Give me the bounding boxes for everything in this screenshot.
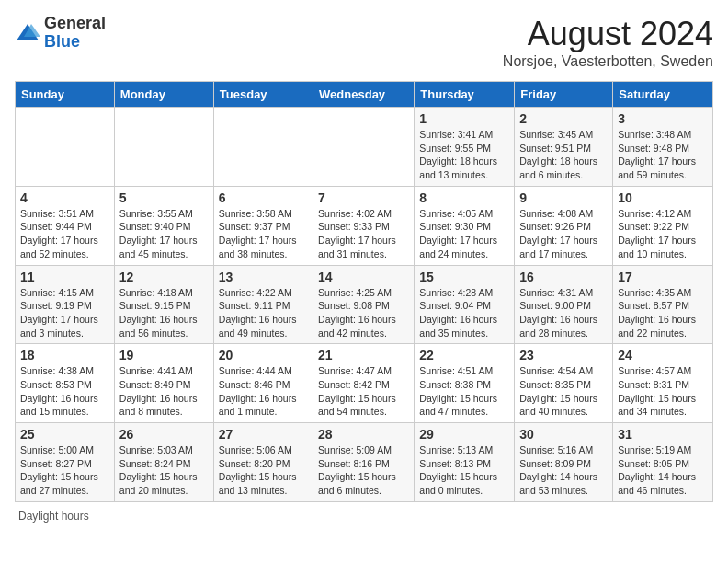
calendar-cell: 29Sunrise: 5:13 AM Sunset: 8:13 PM Dayli… bbox=[415, 423, 515, 502]
day-number: 15 bbox=[419, 270, 509, 284]
logo-text: General Blue bbox=[44, 15, 106, 52]
location-title: Norsjoe, Vaesterbotten, Sweden bbox=[503, 53, 713, 70]
day-info: Sunrise: 4:44 AM Sunset: 8:46 PM Dayligh… bbox=[219, 364, 308, 419]
calendar-cell bbox=[114, 108, 213, 187]
day-number: 30 bbox=[519, 427, 608, 442]
day-info: Sunrise: 4:47 AM Sunset: 8:42 PM Dayligh… bbox=[318, 364, 409, 419]
day-info: Sunrise: 3:51 AM Sunset: 9:44 PM Dayligh… bbox=[20, 207, 109, 261]
day-info: Sunrise: 5:03 AM Sunset: 8:24 PM Dayligh… bbox=[119, 443, 209, 498]
logo-blue-text: Blue bbox=[44, 33, 106, 52]
day-number: 5 bbox=[119, 190, 209, 205]
day-info: Sunrise: 4:12 AM Sunset: 9:22 PM Dayligh… bbox=[618, 207, 708, 261]
day-info: Sunrise: 4:18 AM Sunset: 9:15 PM Dayligh… bbox=[119, 286, 209, 340]
calendar-cell: 17Sunrise: 4:35 AM Sunset: 8:57 PM Dayli… bbox=[613, 265, 713, 344]
calendar-cell: 24Sunrise: 4:57 AM Sunset: 8:31 PM Dayli… bbox=[613, 344, 713, 423]
day-number: 25 bbox=[20, 427, 109, 442]
calendar-cell bbox=[213, 108, 313, 187]
calendar-week-0: 1Sunrise: 3:41 AM Sunset: 9:55 PM Daylig… bbox=[16, 108, 713, 187]
calendar-cell: 14Sunrise: 4:25 AM Sunset: 9:08 PM Dayli… bbox=[313, 265, 415, 344]
day-info: Sunrise: 5:16 AM Sunset: 8:09 PM Dayligh… bbox=[519, 443, 608, 498]
header-sunday: Sunday bbox=[16, 82, 115, 108]
calendar-cell: 9Sunrise: 4:08 AM Sunset: 9:26 PM Daylig… bbox=[515, 186, 613, 265]
day-info: Sunrise: 4:51 AM Sunset: 8:38 PM Dayligh… bbox=[419, 364, 509, 419]
day-number: 23 bbox=[519, 348, 608, 362]
day-number: 26 bbox=[119, 427, 209, 442]
calendar-cell: 18Sunrise: 4:38 AM Sunset: 8:53 PM Dayli… bbox=[16, 344, 115, 423]
logo-icon bbox=[15, 20, 40, 46]
calendar-week-1: 4Sunrise: 3:51 AM Sunset: 9:44 PM Daylig… bbox=[16, 186, 713, 265]
calendar-cell: 13Sunrise: 4:22 AM Sunset: 9:11 PM Dayli… bbox=[213, 265, 313, 344]
calendar-cell: 5Sunrise: 3:55 AM Sunset: 9:40 PM Daylig… bbox=[114, 186, 213, 265]
day-info: Sunrise: 3:58 AM Sunset: 9:37 PM Dayligh… bbox=[219, 207, 308, 261]
day-info: Sunrise: 4:31 AM Sunset: 9:00 PM Dayligh… bbox=[519, 286, 608, 340]
day-info: Sunrise: 4:57 AM Sunset: 8:31 PM Dayligh… bbox=[618, 364, 708, 419]
calendar-cell: 19Sunrise: 4:41 AM Sunset: 8:49 PM Dayli… bbox=[114, 344, 213, 423]
daylight-label: Daylight hours bbox=[18, 510, 89, 523]
day-number: 11 bbox=[20, 270, 109, 284]
day-number: 24 bbox=[618, 348, 708, 362]
calendar-cell: 26Sunrise: 5:03 AM Sunset: 8:24 PM Dayli… bbox=[114, 423, 213, 502]
calendar-cell: 10Sunrise: 4:12 AM Sunset: 9:22 PM Dayli… bbox=[613, 186, 713, 265]
calendar-cell: 27Sunrise: 5:06 AM Sunset: 8:20 PM Dayli… bbox=[213, 423, 313, 502]
calendar-week-2: 11Sunrise: 4:15 AM Sunset: 9:19 PM Dayli… bbox=[16, 265, 713, 344]
day-number: 8 bbox=[419, 190, 509, 205]
calendar-cell: 15Sunrise: 4:28 AM Sunset: 9:04 PM Dayli… bbox=[415, 265, 515, 344]
logo: General Blue bbox=[15, 15, 106, 52]
day-number: 16 bbox=[519, 270, 608, 284]
calendar-cell: 2Sunrise: 3:45 AM Sunset: 9:51 PM Daylig… bbox=[515, 108, 613, 187]
day-number: 28 bbox=[318, 427, 409, 442]
calendar-cell: 12Sunrise: 4:18 AM Sunset: 9:15 PM Dayli… bbox=[114, 265, 213, 344]
day-number: 29 bbox=[419, 427, 509, 442]
day-info: Sunrise: 4:02 AM Sunset: 9:33 PM Dayligh… bbox=[318, 207, 409, 261]
header-thursday: Thursday bbox=[415, 82, 515, 108]
title-area: August 2024 Norsjoe, Vaesterbotten, Swed… bbox=[503, 15, 713, 70]
day-info: Sunrise: 4:35 AM Sunset: 8:57 PM Dayligh… bbox=[618, 286, 708, 340]
day-number: 17 bbox=[618, 270, 708, 284]
calendar-cell: 11Sunrise: 4:15 AM Sunset: 9:19 PM Dayli… bbox=[16, 265, 115, 344]
day-info: Sunrise: 4:38 AM Sunset: 8:53 PM Dayligh… bbox=[20, 364, 109, 419]
day-number: 12 bbox=[119, 270, 209, 284]
day-number: 21 bbox=[318, 348, 409, 362]
calendar-cell: 22Sunrise: 4:51 AM Sunset: 8:38 PM Dayli… bbox=[415, 344, 515, 423]
day-info: Sunrise: 4:05 AM Sunset: 9:30 PM Dayligh… bbox=[419, 207, 509, 261]
calendar-cell: 23Sunrise: 4:54 AM Sunset: 8:35 PM Dayli… bbox=[515, 344, 613, 423]
header-saturday: Saturday bbox=[613, 82, 713, 108]
calendar-cell: 7Sunrise: 4:02 AM Sunset: 9:33 PM Daylig… bbox=[313, 186, 415, 265]
header-tuesday: Tuesday bbox=[213, 82, 313, 108]
calendar-cell: 3Sunrise: 3:48 AM Sunset: 9:48 PM Daylig… bbox=[613, 108, 713, 187]
day-number: 31 bbox=[618, 427, 708, 442]
day-info: Sunrise: 3:45 AM Sunset: 9:51 PM Dayligh… bbox=[519, 128, 608, 182]
day-info: Sunrise: 4:08 AM Sunset: 9:26 PM Dayligh… bbox=[519, 207, 608, 261]
calendar-table: SundayMondayTuesdayWednesdayThursdayFrid… bbox=[15, 81, 713, 502]
day-number: 22 bbox=[419, 348, 509, 362]
calendar-cell: 21Sunrise: 4:47 AM Sunset: 8:42 PM Dayli… bbox=[313, 344, 415, 423]
calendar-cell: 25Sunrise: 5:00 AM Sunset: 8:27 PM Dayli… bbox=[16, 423, 115, 502]
day-number: 7 bbox=[318, 190, 409, 205]
day-info: Sunrise: 3:48 AM Sunset: 9:48 PM Dayligh… bbox=[618, 128, 708, 182]
calendar-cell: 4Sunrise: 3:51 AM Sunset: 9:44 PM Daylig… bbox=[16, 186, 115, 265]
day-number: 13 bbox=[219, 270, 308, 284]
day-info: Sunrise: 3:55 AM Sunset: 9:40 PM Dayligh… bbox=[119, 207, 209, 261]
day-info: Sunrise: 4:22 AM Sunset: 9:11 PM Dayligh… bbox=[219, 286, 308, 340]
day-info: Sunrise: 4:28 AM Sunset: 9:04 PM Dayligh… bbox=[419, 286, 509, 340]
day-number: 1 bbox=[419, 111, 509, 126]
calendar-cell: 20Sunrise: 4:44 AM Sunset: 8:46 PM Dayli… bbox=[213, 344, 313, 423]
day-info: Sunrise: 5:00 AM Sunset: 8:27 PM Dayligh… bbox=[20, 443, 109, 498]
day-info: Sunrise: 5:13 AM Sunset: 8:13 PM Dayligh… bbox=[419, 443, 509, 498]
calendar-cell: 6Sunrise: 3:58 AM Sunset: 9:37 PM Daylig… bbox=[213, 186, 313, 265]
day-info: Sunrise: 4:15 AM Sunset: 9:19 PM Dayligh… bbox=[20, 286, 109, 340]
calendar-week-3: 18Sunrise: 4:38 AM Sunset: 8:53 PM Dayli… bbox=[16, 344, 713, 423]
day-number: 10 bbox=[618, 190, 708, 205]
header-monday: Monday bbox=[114, 82, 213, 108]
day-number: 19 bbox=[119, 348, 209, 362]
day-info: Sunrise: 5:19 AM Sunset: 8:05 PM Dayligh… bbox=[618, 443, 708, 498]
day-number: 2 bbox=[519, 111, 608, 126]
calendar-header-row: SundayMondayTuesdayWednesdayThursdayFrid… bbox=[16, 82, 713, 108]
calendar-week-4: 25Sunrise: 5:00 AM Sunset: 8:27 PM Dayli… bbox=[16, 423, 713, 502]
logo-general-text: General bbox=[44, 15, 106, 33]
day-info: Sunrise: 5:06 AM Sunset: 8:20 PM Dayligh… bbox=[219, 443, 308, 498]
calendar-cell bbox=[313, 108, 415, 187]
day-info: Sunrise: 4:54 AM Sunset: 8:35 PM Dayligh… bbox=[519, 364, 608, 419]
day-number: 14 bbox=[318, 270, 409, 284]
calendar-cell: 16Sunrise: 4:31 AM Sunset: 9:00 PM Dayli… bbox=[515, 265, 613, 344]
